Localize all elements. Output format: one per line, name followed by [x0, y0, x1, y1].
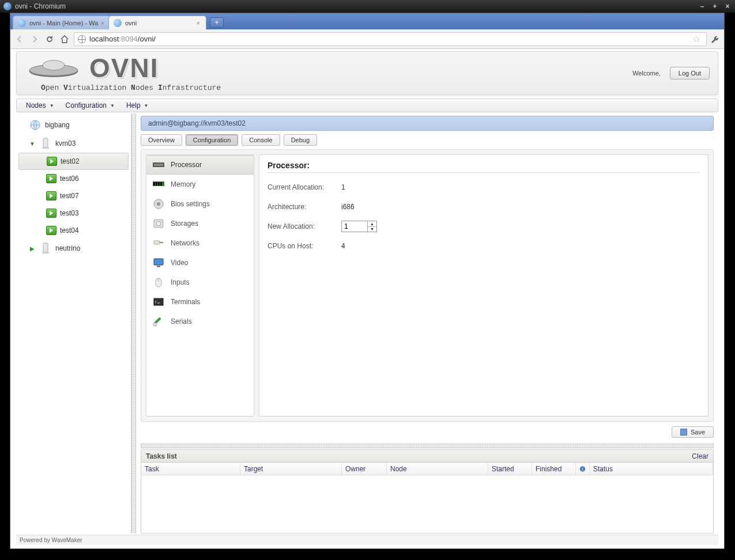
tab-console[interactable]: Console — [242, 134, 280, 146]
os-window-controls: – + × — [698, 2, 732, 10]
label-current-allocation: Current Allocation: — [267, 183, 341, 191]
vertical-splitter[interactable] — [131, 113, 136, 533]
app-viewport: OVNI Open Virtualization Nodes Infrastru… — [10, 49, 724, 548]
tab-title: ovni — [125, 20, 137, 27]
col-status[interactable]: Status — [590, 463, 713, 475]
new-allocation-input[interactable] — [342, 221, 367, 232]
collapse-icon[interactable]: ▼ — [29, 141, 36, 147]
tree-vm[interactable]: test02 — [18, 153, 129, 170]
os-titlebar: ovni - Chromium – + × — [0, 0, 735, 13]
tree-vm[interactable]: test06 — [16, 170, 131, 187]
cfg-video[interactable]: Video — [146, 253, 254, 273]
server-icon — [39, 137, 52, 150]
vm-running-icon — [47, 157, 57, 166]
forward-button[interactable] — [29, 33, 40, 45]
tab-overview[interactable]: Overview — [141, 134, 182, 146]
favicon-icon — [114, 19, 122, 27]
mouse-icon — [152, 277, 165, 287]
col-node[interactable]: Node — [387, 463, 488, 475]
tasks-body — [141, 475, 713, 533]
logo: OVNI Open Virtualization Nodes Infrastru… — [25, 55, 221, 92]
tab-debug[interactable]: Debug — [284, 134, 317, 146]
browser-window: ovni - Main (Home) - Wa × ovni × + local… — [10, 13, 725, 549]
wrench-menu-icon[interactable] — [710, 34, 721, 44]
tasks-header: Tasks list Clear — [141, 450, 713, 463]
menu-help[interactable]: Help▼ — [120, 99, 154, 112]
disk-icon — [680, 429, 687, 436]
tab-close-icon[interactable]: × — [197, 20, 200, 27]
tree-label: test06 — [60, 175, 79, 183]
vm-running-icon — [46, 226, 56, 235]
tree-vm[interactable]: test07 — [16, 187, 131, 205]
cfg-processor[interactable]: Processor — [146, 155, 254, 175]
col-target[interactable]: Target — [240, 463, 342, 475]
horizontal-splitter[interactable] — [141, 444, 714, 448]
value-cpus-on-host: 4 — [341, 242, 345, 250]
save-button[interactable]: Save — [672, 426, 714, 438]
col-task[interactable]: Task — [141, 463, 240, 475]
spinner-up-icon[interactable]: ▲ — [368, 221, 376, 227]
tree-label: bigbang — [45, 121, 70, 129]
col-started[interactable]: Started — [488, 463, 532, 475]
svg-point-24 — [153, 323, 157, 326]
tree-host-neutrino[interactable]: ▶ neutrino — [16, 239, 131, 258]
tree-host-kvm03[interactable]: ▼ kvm03 — [16, 134, 131, 153]
welcome-text: Welcome, — [632, 70, 670, 77]
menu-nodes[interactable]: Nodes▼ — [20, 99, 60, 112]
favicon-icon — [18, 19, 26, 27]
svg-rect-12 — [156, 182, 157, 186]
col-owner[interactable]: Owner — [342, 463, 387, 475]
tree-label: test07 — [60, 192, 79, 200]
tab-close-icon[interactable]: × — [101, 20, 104, 27]
clear-tasks-button[interactable]: Clear — [692, 452, 708, 460]
expand-icon[interactable]: ▶ — [29, 245, 36, 252]
svg-rect-20 — [154, 259, 163, 265]
tab-configuration[interactable]: Configuration — [186, 134, 238, 146]
bookmark-star-icon[interactable]: ☆ — [692, 33, 700, 44]
svg-rect-19 — [154, 241, 160, 244]
spinner-down-icon[interactable]: ▼ — [368, 227, 376, 232]
url-host: localhost — [89, 35, 119, 43]
label-architecture: Architecture: — [267, 203, 341, 211]
close-icon[interactable]: × — [723, 2, 732, 10]
cfg-serials[interactable]: Serials — [146, 312, 254, 331]
chromium-icon — [3, 2, 12, 10]
tab-title: ovni - Main (Home) - Wa — [29, 20, 98, 27]
processor-icon — [152, 160, 165, 170]
home-button[interactable] — [59, 33, 70, 45]
menu-configuration[interactable]: Configuration▼ — [60, 99, 120, 112]
svg-point-2 — [43, 60, 65, 70]
minimize-icon[interactable]: – — [698, 2, 706, 10]
memory-icon — [152, 179, 165, 190]
globe-icon — [78, 35, 86, 43]
tasks-panel: Tasks list Clear Task Target Owner Node … — [141, 449, 714, 533]
browser-tab-inactive[interactable]: ovni - Main (Home) - Wa × — [13, 16, 111, 29]
cfg-networks[interactable]: Networks — [146, 233, 254, 253]
back-button[interactable] — [14, 33, 25, 45]
new-tab-button[interactable]: + — [210, 17, 224, 28]
reload-button[interactable] — [44, 33, 55, 45]
logout-button[interactable]: Log Out — [670, 67, 710, 80]
breadcrumb: admin@bigbang://kvm03/test02 — [141, 116, 714, 131]
url-input[interactable]: localhost:8094/ovni/ ☆ — [74, 32, 707, 46]
tree-root[interactable]: bigbang — [16, 116, 131, 134]
cfg-storages[interactable]: Storages — [146, 214, 254, 233]
globe-icon — [29, 119, 42, 131]
maximize-icon[interactable]: + — [711, 2, 719, 10]
tree-label: neutrino — [55, 244, 80, 252]
svg-rect-21 — [157, 266, 160, 267]
browser-tab-active[interactable]: ovni × — [108, 16, 206, 29]
network-icon — [152, 238, 165, 248]
col-info-icon[interactable]: i — [576, 463, 590, 475]
cfg-inputs[interactable]: Inputs — [146, 273, 254, 292]
tree-vm[interactable]: test03 — [16, 205, 131, 222]
cfg-memory[interactable]: Memory — [146, 175, 254, 194]
cfg-bios[interactable]: Bios settings — [146, 194, 254, 214]
cfg-terminals[interactable]: Terminals — [146, 292, 254, 312]
tree-vm[interactable]: test04 — [16, 222, 131, 239]
new-allocation-spinner[interactable]: ▲ ▼ — [341, 221, 377, 232]
tasks-columns: Task Target Owner Node Started Finished … — [141, 463, 713, 475]
tagline: Open Virtualization Nodes Infrastructure — [41, 84, 221, 92]
tabstrip: ovni - Main (Home) - Wa × ovni × + — [10, 13, 724, 29]
col-finished[interactable]: Finished — [532, 463, 576, 475]
